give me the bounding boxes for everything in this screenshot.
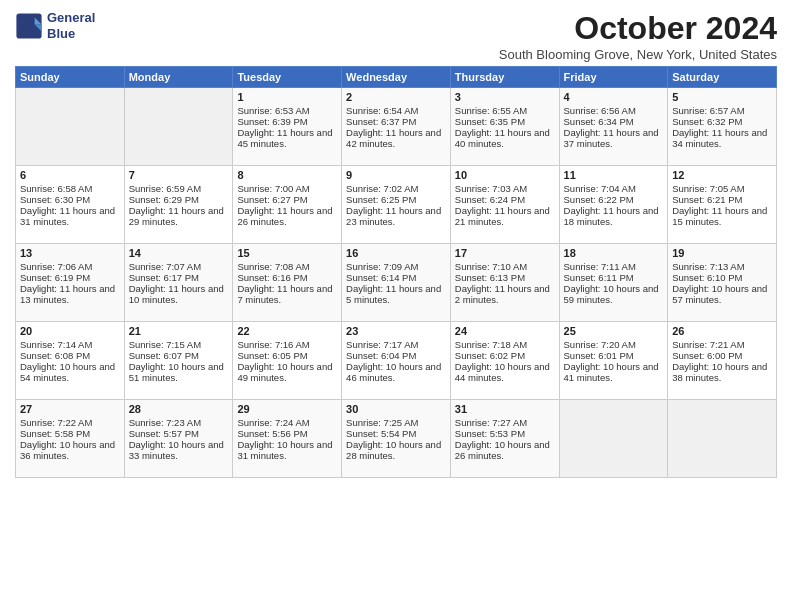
sunrise-line: Sunrise: 6:59 AM [129, 183, 229, 194]
logo-text: General Blue [47, 10, 95, 41]
sunset-line: Sunset: 6:07 PM [129, 350, 229, 361]
sunset-line: Sunset: 6:13 PM [455, 272, 555, 283]
daylight-line: Daylight: 11 hours and 23 minutes. [346, 205, 446, 227]
sunrise-line: Sunrise: 7:21 AM [672, 339, 772, 350]
daylight-line: Daylight: 11 hours and 5 minutes. [346, 283, 446, 305]
daylight-line: Daylight: 11 hours and 2 minutes. [455, 283, 555, 305]
day-cell [559, 400, 668, 478]
day-cell: 5Sunrise: 6:57 AMSunset: 6:32 PMDaylight… [668, 88, 777, 166]
day-number: 31 [455, 403, 555, 415]
sunset-line: Sunset: 6:02 PM [455, 350, 555, 361]
day-number: 26 [672, 325, 772, 337]
day-number: 3 [455, 91, 555, 103]
sunset-line: Sunset: 6:39 PM [237, 116, 337, 127]
week-row-2: 6Sunrise: 6:58 AMSunset: 6:30 PMDaylight… [16, 166, 777, 244]
col-header-thursday: Thursday [450, 67, 559, 88]
day-number: 19 [672, 247, 772, 259]
daylight-line: Daylight: 11 hours and 42 minutes. [346, 127, 446, 149]
day-number: 27 [20, 403, 120, 415]
day-cell: 15Sunrise: 7:08 AMSunset: 6:16 PMDayligh… [233, 244, 342, 322]
sunrise-line: Sunrise: 7:03 AM [455, 183, 555, 194]
daylight-line: Daylight: 10 hours and 44 minutes. [455, 361, 555, 383]
day-cell: 23Sunrise: 7:17 AMSunset: 6:04 PMDayligh… [342, 322, 451, 400]
sunrise-line: Sunrise: 6:57 AM [672, 105, 772, 116]
sunrise-line: Sunrise: 7:23 AM [129, 417, 229, 428]
sunset-line: Sunset: 5:57 PM [129, 428, 229, 439]
day-number: 24 [455, 325, 555, 337]
calendar-table: SundayMondayTuesdayWednesdayThursdayFrid… [15, 66, 777, 478]
daylight-line: Daylight: 11 hours and 45 minutes. [237, 127, 337, 149]
daylight-line: Daylight: 10 hours and 49 minutes. [237, 361, 337, 383]
day-number: 16 [346, 247, 446, 259]
sunrise-line: Sunrise: 7:13 AM [672, 261, 772, 272]
sunset-line: Sunset: 6:11 PM [564, 272, 664, 283]
sunrise-line: Sunrise: 7:25 AM [346, 417, 446, 428]
daylight-line: Daylight: 11 hours and 15 minutes. [672, 205, 772, 227]
sunset-line: Sunset: 6:34 PM [564, 116, 664, 127]
day-number: 14 [129, 247, 229, 259]
sunset-line: Sunset: 6:19 PM [20, 272, 120, 283]
day-number: 2 [346, 91, 446, 103]
day-cell: 14Sunrise: 7:07 AMSunset: 6:17 PMDayligh… [124, 244, 233, 322]
sunrise-line: Sunrise: 7:17 AM [346, 339, 446, 350]
sunrise-line: Sunrise: 7:05 AM [672, 183, 772, 194]
header: General Blue October 2024 South Blooming… [15, 10, 777, 62]
day-number: 17 [455, 247, 555, 259]
col-header-wednesday: Wednesday [342, 67, 451, 88]
sunset-line: Sunset: 6:35 PM [455, 116, 555, 127]
day-cell: 7Sunrise: 6:59 AMSunset: 6:29 PMDaylight… [124, 166, 233, 244]
sunset-line: Sunset: 6:05 PM [237, 350, 337, 361]
week-row-5: 27Sunrise: 7:22 AMSunset: 5:58 PMDayligh… [16, 400, 777, 478]
sunrise-line: Sunrise: 7:27 AM [455, 417, 555, 428]
sunset-line: Sunset: 6:32 PM [672, 116, 772, 127]
day-number: 11 [564, 169, 664, 181]
sunset-line: Sunset: 6:25 PM [346, 194, 446, 205]
day-number: 21 [129, 325, 229, 337]
sunrise-line: Sunrise: 7:10 AM [455, 261, 555, 272]
logo: General Blue [15, 10, 95, 41]
day-number: 20 [20, 325, 120, 337]
sunset-line: Sunset: 5:56 PM [237, 428, 337, 439]
day-number: 8 [237, 169, 337, 181]
week-row-1: 1Sunrise: 6:53 AMSunset: 6:39 PMDaylight… [16, 88, 777, 166]
daylight-line: Daylight: 11 hours and 34 minutes. [672, 127, 772, 149]
sunset-line: Sunset: 6:01 PM [564, 350, 664, 361]
sunrise-line: Sunrise: 7:20 AM [564, 339, 664, 350]
day-cell: 1Sunrise: 6:53 AMSunset: 6:39 PMDaylight… [233, 88, 342, 166]
day-number: 28 [129, 403, 229, 415]
location: South Blooming Grove, New York, United S… [499, 47, 777, 62]
day-cell: 9Sunrise: 7:02 AMSunset: 6:25 PMDaylight… [342, 166, 451, 244]
day-cell: 12Sunrise: 7:05 AMSunset: 6:21 PMDayligh… [668, 166, 777, 244]
daylight-line: Daylight: 10 hours and 46 minutes. [346, 361, 446, 383]
daylight-line: Daylight: 10 hours and 28 minutes. [346, 439, 446, 461]
daylight-line: Daylight: 10 hours and 33 minutes. [129, 439, 229, 461]
day-cell: 29Sunrise: 7:24 AMSunset: 5:56 PMDayligh… [233, 400, 342, 478]
day-cell: 19Sunrise: 7:13 AMSunset: 6:10 PMDayligh… [668, 244, 777, 322]
day-cell [16, 88, 125, 166]
day-cell: 2Sunrise: 6:54 AMSunset: 6:37 PMDaylight… [342, 88, 451, 166]
day-cell: 13Sunrise: 7:06 AMSunset: 6:19 PMDayligh… [16, 244, 125, 322]
header-row: SundayMondayTuesdayWednesdayThursdayFrid… [16, 67, 777, 88]
sunrise-line: Sunrise: 7:16 AM [237, 339, 337, 350]
day-number: 7 [129, 169, 229, 181]
day-number: 23 [346, 325, 446, 337]
day-cell [124, 88, 233, 166]
sunset-line: Sunset: 6:27 PM [237, 194, 337, 205]
day-cell: 4Sunrise: 6:56 AMSunset: 6:34 PMDaylight… [559, 88, 668, 166]
day-number: 12 [672, 169, 772, 181]
sunset-line: Sunset: 6:29 PM [129, 194, 229, 205]
sunrise-line: Sunrise: 6:55 AM [455, 105, 555, 116]
daylight-line: Daylight: 10 hours and 54 minutes. [20, 361, 120, 383]
sunset-line: Sunset: 6:08 PM [20, 350, 120, 361]
day-cell: 27Sunrise: 7:22 AMSunset: 5:58 PMDayligh… [16, 400, 125, 478]
sunset-line: Sunset: 5:53 PM [455, 428, 555, 439]
day-number: 25 [564, 325, 664, 337]
sunset-line: Sunset: 6:30 PM [20, 194, 120, 205]
daylight-line: Daylight: 10 hours and 26 minutes. [455, 439, 555, 461]
week-row-3: 13Sunrise: 7:06 AMSunset: 6:19 PMDayligh… [16, 244, 777, 322]
sunrise-line: Sunrise: 7:07 AM [129, 261, 229, 272]
sunset-line: Sunset: 5:58 PM [20, 428, 120, 439]
day-number: 15 [237, 247, 337, 259]
month-title: October 2024 [499, 10, 777, 47]
day-number: 10 [455, 169, 555, 181]
